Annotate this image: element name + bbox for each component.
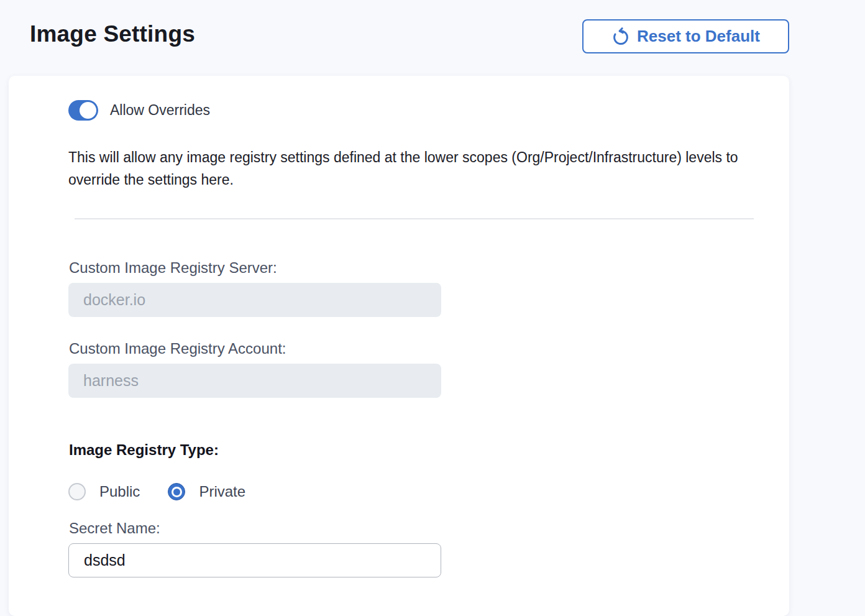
registry-account-input[interactable] [68, 364, 441, 398]
private-radio-option[interactable]: Private [168, 483, 245, 500]
overrides-description: This will allow any image registry setti… [68, 146, 766, 191]
secret-name-label: Secret Name: [69, 520, 160, 537]
section-divider [75, 218, 754, 219]
private-radio[interactable] [168, 483, 185, 500]
public-radio[interactable] [68, 483, 86, 500]
public-radio-option[interactable]: Public [68, 483, 140, 500]
registry-type-radio-group: Public Private [68, 483, 245, 500]
reset-counterclockwise-icon [611, 27, 630, 46]
radio-inner-ring [172, 487, 182, 497]
registry-type-label: Image Registry Type: [69, 441, 219, 459]
public-radio-label: Public [99, 483, 140, 500]
registry-server-input[interactable] [68, 283, 441, 317]
private-radio-label: Private [199, 483, 245, 500]
page-title: Image Settings [30, 21, 195, 47]
registry-server-label: Custom Image Registry Server: [69, 259, 277, 277]
radio-inner-dot [173, 489, 180, 495]
allow-overrides-toggle[interactable] [68, 100, 98, 121]
reset-button-label: Reset to Default [637, 27, 760, 46]
allow-overrides-label: Allow Overrides [110, 102, 210, 119]
image-settings-card: Allow Overrides This will allow any imag… [9, 76, 789, 616]
toggle-knob [80, 102, 96, 119]
reset-to-default-button[interactable]: Reset to Default [582, 19, 789, 53]
allow-overrides-row: Allow Overrides [68, 100, 210, 121]
registry-account-label: Custom Image Registry Account: [69, 340, 286, 357]
secret-name-input[interactable] [68, 543, 441, 577]
